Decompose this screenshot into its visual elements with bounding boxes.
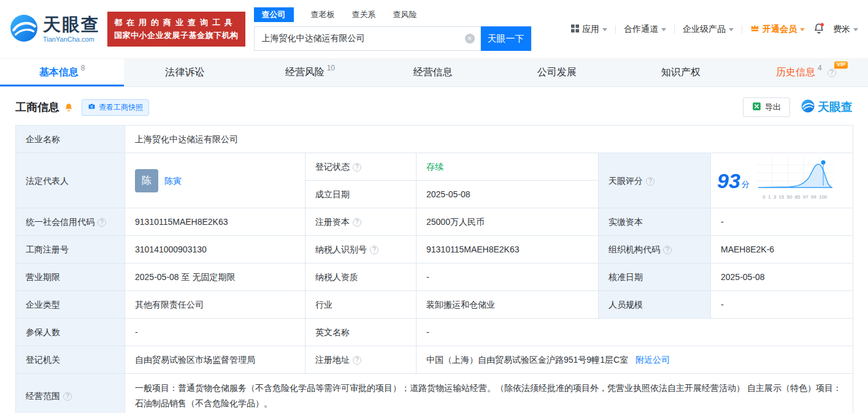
help-icon[interactable] bbox=[353, 218, 361, 227]
divider bbox=[742, 25, 742, 34]
industry-value: 装卸搬运和仓储业 bbox=[417, 291, 599, 319]
crown-icon bbox=[750, 24, 759, 34]
app-logo[interactable]: 天眼查 TianYanCha.com bbox=[10, 14, 100, 45]
field-value: 2025-05-08 bbox=[721, 272, 765, 282]
establish-date-value: 2025-05-08 bbox=[417, 181, 599, 208]
score-label: 天眼评分 bbox=[599, 153, 711, 208]
reg-number-label: 工商注册号 bbox=[16, 236, 125, 263]
reg-capital-value: 25000万人民币 bbox=[417, 208, 599, 236]
watermark-logo: 天眼查 bbox=[801, 99, 853, 116]
notification-dot bbox=[821, 23, 824, 26]
english-name-value: - bbox=[417, 319, 853, 346]
legal-rep-name-link[interactable]: 陈寅 bbox=[164, 174, 182, 188]
help-icon[interactable] bbox=[663, 246, 672, 254]
taxpayer-id-value: 91310115MAEH8E2K63 bbox=[417, 236, 599, 263]
section-tools: 导出 天眼查 bbox=[743, 97, 853, 117]
search-tab-risk[interactable]: 查风险 bbox=[393, 9, 417, 20]
caret-down-icon bbox=[661, 28, 666, 31]
tab-company-development[interactable]: 公司发展 bbox=[496, 59, 620, 86]
company-name-value: 上海贸化中达储运有限公司 bbox=[125, 126, 853, 153]
field-label: 经营范围 bbox=[26, 391, 60, 401]
company-type-label: 企业类型 bbox=[16, 291, 125, 319]
field-label: 登记机关 bbox=[26, 355, 60, 365]
legal-rep-avatar[interactable]: 陈 bbox=[135, 169, 158, 192]
snapshot-button[interactable]: 查看工商快照 bbox=[82, 99, 149, 116]
tab-operation-info[interactable]: 经营信息 bbox=[372, 59, 496, 86]
export-button[interactable]: 导出 bbox=[743, 97, 790, 117]
field-label: 成立日期 bbox=[315, 189, 350, 199]
nav-enterprise[interactable]: 企业级产品 bbox=[683, 24, 734, 35]
alert-bell-icon[interactable] bbox=[64, 102, 74, 112]
bell-icon bbox=[813, 22, 825, 36]
search-tabs: 查公司 查老板 查关系 查风险 bbox=[254, 7, 531, 22]
table-row: 登记机关 自由贸易试验区市场监督管理局 注册地址 中国（上海）自由贸易试验区金沪… bbox=[16, 346, 853, 374]
tianyancha-logo-icon bbox=[801, 99, 815, 116]
help-icon[interactable] bbox=[828, 69, 836, 77]
score-value: 93 分 0 1 3 15 50 85 97 99 100 bbox=[711, 153, 853, 208]
promo-banner-line2: 国家中小企业发展子基金旗下机构 bbox=[114, 29, 239, 42]
nav-enterprise-label: 企业级产品 bbox=[683, 24, 726, 35]
field-label: 企业名称 bbox=[26, 134, 60, 144]
table-row: 企业类型 其他有限责任公司 行业 装卸搬运和仓储业 人员规模 - bbox=[16, 291, 853, 319]
tab-operation-risk[interactable]: 经营风险 10 bbox=[248, 59, 372, 86]
search-area: 查公司 查老板 查关系 查风险 天眼一下 bbox=[254, 7, 531, 51]
field-value: - bbox=[426, 272, 429, 282]
notification-bell[interactable] bbox=[813, 22, 825, 36]
help-icon[interactable] bbox=[353, 356, 361, 365]
search-tab-relation[interactable]: 查关系 bbox=[352, 9, 376, 20]
staff-size-label: 人员规模 bbox=[599, 291, 711, 319]
field-label: 人员规模 bbox=[609, 300, 643, 309]
approve-date-value: 2025-05-08 bbox=[711, 263, 853, 291]
search-tab-boss[interactable]: 查老板 bbox=[311, 9, 335, 20]
field-value: 2025-05-08 至 无固定期限 bbox=[135, 272, 235, 282]
org-code-label: 组织机构代码 bbox=[599, 236, 711, 263]
reg-status-label: 登记状态 bbox=[305, 153, 417, 181]
field-label: 统一社会信用代码 bbox=[26, 217, 94, 227]
tab-label: 法律诉讼 bbox=[165, 66, 204, 79]
help-icon[interactable] bbox=[63, 392, 72, 401]
field-label: 核准日期 bbox=[609, 272, 643, 282]
credit-code-label: 统一社会信用代码 bbox=[16, 208, 125, 236]
insured-count-label: 参保人数 bbox=[16, 319, 125, 346]
search-input[interactable] bbox=[254, 26, 481, 51]
nav-user[interactable]: 费米 bbox=[833, 24, 858, 35]
field-value: 一般项目：普通货物仓储服务（不含危险化学品等需许可审批的项目）；道路货物运输站经… bbox=[135, 383, 842, 408]
tab-history-info[interactable]: 历史信息 4 VIP bbox=[744, 59, 868, 86]
tab-label: 经营风险 bbox=[285, 66, 325, 79]
field-label: 企业类型 bbox=[26, 300, 60, 309]
excel-icon bbox=[752, 102, 761, 113]
establish-date-label: 成立日期 bbox=[305, 181, 417, 208]
top-nav: 应用 合作通道 企业级产品 开通会员 bbox=[571, 22, 858, 36]
table-row: 营业期限 2025-05-08 至 无固定期限 纳税人资质 - 核准日期 202… bbox=[16, 263, 853, 291]
table-row: 工商注册号 310141000903130 纳税人识别号 91310115MAE… bbox=[16, 236, 853, 263]
field-value: 310141000903130 bbox=[135, 244, 207, 254]
tab-count: 10 bbox=[327, 64, 335, 72]
field-label: 参保人数 bbox=[26, 327, 60, 337]
legal-rep-value: 陈 陈寅 bbox=[125, 153, 305, 208]
help-icon[interactable] bbox=[98, 218, 106, 227]
field-value: 91310115MAEH8E2K63 bbox=[426, 244, 520, 254]
nav-apps[interactable]: 应用 bbox=[571, 24, 607, 35]
search-tab-company[interactable]: 查公司 bbox=[254, 7, 294, 22]
tab-legal-litigation[interactable]: 法律诉讼 bbox=[124, 59, 248, 86]
tab-basic-info[interactable]: 基本信息 8 bbox=[0, 59, 124, 86]
nearby-companies-link[interactable]: 附近公司 bbox=[636, 355, 670, 365]
paid-capital-label: 实缴资本 bbox=[599, 208, 711, 236]
paid-capital-value: - bbox=[711, 208, 853, 236]
business-info-table: 企业名称 上海贸化中达储运有限公司 法定代表人 陈 陈寅 登记状态 存续 天眼评… bbox=[15, 125, 853, 413]
table-row: 参保人数 - 英文名称 - bbox=[16, 319, 853, 346]
tab-intellectual-property[interactable]: 知识产权 bbox=[620, 59, 744, 86]
nav-partners[interactable]: 合作通道 bbox=[624, 24, 666, 35]
nav-partners-label: 合作通道 bbox=[624, 24, 658, 35]
header: 天眼查 TianYanCha.com 都在用的商业查询工具 国家中小企业发展子基… bbox=[0, 0, 868, 58]
reg-authority-value: 自由贸易试验区市场监督管理局 bbox=[125, 346, 305, 374]
field-value: - bbox=[721, 300, 724, 309]
clear-icon[interactable] bbox=[465, 34, 475, 44]
company-tabbar: 基本信息 8 法律诉讼 经营风险 10 经营信息 公司发展 知识产权 历史信息 … bbox=[0, 58, 868, 87]
help-icon[interactable] bbox=[646, 177, 655, 186]
help-icon[interactable] bbox=[370, 246, 378, 254]
nav-open-vip[interactable]: 开通会员 bbox=[750, 24, 805, 35]
search-button[interactable]: 天眼一下 bbox=[481, 26, 531, 51]
help-icon[interactable] bbox=[353, 163, 361, 172]
table-row: 企业名称 上海贸化中达储运有限公司 bbox=[16, 126, 853, 153]
